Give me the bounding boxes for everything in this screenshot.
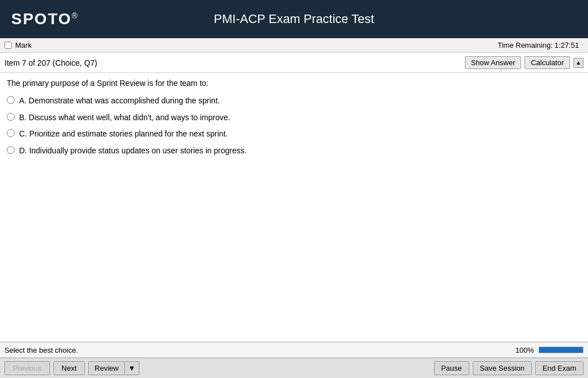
option-text-b: B. Discuss what went well, what didn't, …	[19, 112, 230, 124]
option-text-c: C. Prioritize and estimate stories plann…	[19, 129, 228, 140]
question-content: The primary purpose of a Sprint Review i…	[0, 73, 588, 162]
option-text-a: A. Demonstrate what was accomplished dur…	[19, 95, 220, 107]
end-exam-button[interactable]: End Exam	[535, 361, 584, 375]
footer-nav: Previous Next Review ▼ Pause Save Sessio…	[0, 358, 588, 378]
time-remaining: Time Remaining: 1:27:51	[497, 41, 584, 49]
option-item[interactable]: C. Prioritize and estimate stories plann…	[7, 129, 581, 140]
next-button[interactable]: Next	[53, 361, 85, 375]
mark-checkbox[interactable]	[4, 42, 12, 49]
header: SPOTO® PMI-ACP Exam Practice Test	[0, 0, 588, 38]
header-title: PMI-ACP Exam Practice Test	[214, 12, 374, 26]
progress-bar-fill	[539, 347, 583, 353]
mark-left: Mark	[4, 41, 31, 49]
logo: SPOTO®	[11, 10, 79, 28]
option-item[interactable]: B. Discuss what went well, what didn't, …	[7, 112, 581, 124]
calculator-button[interactable]: Calculator	[524, 56, 570, 69]
mark-bar: Mark Time Remaining: 1:27:51	[0, 38, 588, 53]
options-list: A. Demonstrate what was accomplished dur…	[7, 95, 581, 156]
option-radio-d[interactable]	[7, 146, 15, 154]
progress-bar-track	[539, 347, 584, 353]
option-text-d: D. Individually provide status updates o…	[19, 145, 247, 157]
footer-right: Pause Save Session End Exam	[434, 361, 584, 375]
question-text: The primary purpose of a Sprint Review i…	[7, 79, 581, 88]
option-radio-b[interactable]	[7, 113, 15, 121]
review-dropdown-button[interactable]: ▼	[124, 361, 139, 375]
review-group: Review ▼	[88, 361, 139, 375]
question-header: Item 7 of 207 (Choice, Q7) Show Answer C…	[0, 53, 588, 73]
show-answer-button[interactable]: Show Answer	[465, 56, 522, 69]
option-radio-c[interactable]	[7, 129, 15, 137]
status-bar: Select the best choice. 100%	[0, 342, 588, 358]
mark-label: Mark	[15, 41, 31, 49]
previous-button[interactable]: Previous	[4, 361, 50, 375]
item-info: Item 7 of 207 (Choice, Q7)	[4, 58, 97, 67]
option-item[interactable]: A. Demonstrate what was accomplished dur…	[7, 95, 581, 107]
progress-area: 100%	[515, 346, 584, 354]
question-area: Item 7 of 207 (Choice, Q7) Show Answer C…	[0, 53, 588, 342]
question-header-buttons: Show Answer Calculator ▲	[465, 56, 584, 69]
pause-button[interactable]: Pause	[434, 361, 469, 375]
footer-left: Previous Next Review ▼	[4, 361, 139, 375]
option-item[interactable]: D. Individually provide status updates o…	[7, 145, 581, 157]
option-radio-a[interactable]	[7, 96, 15, 104]
review-button[interactable]: Review	[88, 361, 124, 375]
status-text: Select the best choice.	[4, 346, 78, 354]
scroll-up-button[interactable]: ▲	[573, 58, 584, 68]
save-session-button[interactable]: Save Session	[473, 361, 532, 375]
progress-pct: 100%	[515, 346, 534, 354]
